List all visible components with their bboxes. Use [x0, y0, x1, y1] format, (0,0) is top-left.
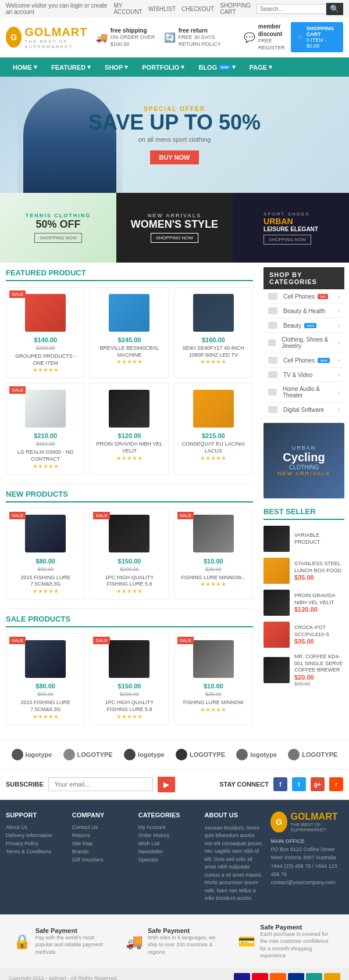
- product-thumbnail: [193, 390, 234, 428]
- benefit-return-sub: FREE 30 DAYS RETURN POLICY: [179, 34, 221, 47]
- footer-link-gift[interactable]: Gift Vouchers: [72, 857, 133, 863]
- truck-icon: 🚚: [96, 32, 108, 43]
- footer-brand-col: G GOLMART THE BEST OF SUPERMARKET MAIN O…: [270, 812, 343, 903]
- product-card[interactable]: SALE $10.00 $20.00 FISHING LURE MINNOW..…: [174, 508, 253, 600]
- price-current: $10.00: [179, 558, 248, 565]
- subscribe-bar: SUBSCRIBE ▶ STAY CONNECT f t g+ r: [0, 770, 349, 800]
- product-card[interactable]: $215.00 CONSEQUAT EU LACINIA LACUS ★★★★★: [174, 383, 253, 474]
- footer-link-privacy[interactable]: Privacy Policy: [6, 841, 66, 846]
- cycling-content: URBAN Cycling CLOTHING NEW ARRIVALS: [277, 445, 330, 476]
- best-seller-item[interactable]: CROCK-POT SCCPVL610-S $35.00: [263, 622, 344, 648]
- rss-icon[interactable]: r: [329, 777, 343, 791]
- footer-link-orderhistory[interactable]: Order History: [138, 832, 199, 838]
- checkout-link[interactable]: CHECKOUT: [181, 6, 214, 12]
- footer-link-wishlist[interactable]: Wish List: [138, 841, 199, 846]
- my-account-link[interactable]: MY ACCOUNT: [113, 2, 142, 15]
- category-icon: [268, 371, 277, 378]
- chevron-right-icon: ›: [338, 407, 340, 413]
- shopping-cart-link[interactable]: SHOPPING CART: [220, 2, 251, 15]
- logo-letter: G: [10, 33, 17, 42]
- brand-logo-6[interactable]: LOGOTYPE: [288, 749, 337, 760]
- bs-product-name: PROIN GRAVIDA NIBH VEL VELIT: [294, 593, 344, 606]
- product-image: [11, 292, 80, 333]
- product-card[interactable]: SALE $10.00 $25.00 FISHING LURE MINNOW ★…: [174, 633, 253, 724]
- best-seller-item[interactable]: VARIABLE PRODUCT: [263, 526, 344, 552]
- price-old: $200.00: [120, 691, 139, 697]
- product-thumbnail: [109, 640, 149, 678]
- bs-product-thumbnail: [263, 590, 290, 616]
- product-card[interactable]: SALE $140.00 $200.00 GROUPED PRODUCTS - …: [6, 287, 85, 378]
- nav-home[interactable]: HOME ▾: [6, 58, 44, 77]
- category-item-cellphones2[interactable]: Cell Phones new ›: [263, 353, 344, 368]
- search-button[interactable]: 🔍: [326, 3, 343, 15]
- search-input[interactable]: [257, 4, 326, 14]
- product-card[interactable]: $160.00 SEIKI SE40FY27 40-INCH 1080P 60H…: [174, 287, 253, 378]
- sub-banner-shoes-btn[interactable]: SHOPPING NOW: [263, 235, 311, 245]
- sale-badge: SALE: [93, 512, 109, 519]
- benefit-return: 🔄 free return FREE 30 DAYS RETURN POLICY: [164, 27, 235, 48]
- brand-logo-3[interactable]: logotype: [124, 749, 165, 760]
- footer-link-specials[interactable]: Specials: [138, 857, 199, 863]
- googleplus-icon[interactable]: g+: [311, 777, 325, 791]
- footer-brand-name: GOLMART: [291, 812, 343, 822]
- brand-logo-4[interactable]: LOGOTYPE: [176, 749, 225, 760]
- best-seller-item[interactable]: PROIN GRAVIDA NIBH VEL VELIT $120.00: [263, 590, 344, 616]
- product-card[interactable]: $245.00 BREVILLE BES840CBXL MACHINE ★★★★…: [90, 287, 169, 378]
- nav-blog[interactable]: BLOG new ▾: [191, 58, 242, 77]
- brand-logo-1[interactable]: logotype: [12, 749, 52, 760]
- footer-link-terms[interactable]: Terms & Conditions: [6, 849, 66, 855]
- footer-link-delivery[interactable]: Delivery Information: [6, 832, 66, 838]
- sub-banner-tennis-btn[interactable]: SHOPPING NOW: [34, 233, 82, 243]
- twitter-icon[interactable]: t: [292, 777, 306, 791]
- product-card[interactable]: SALE $210.00 $319.00 LG REALM G5600 - NO…: [6, 383, 85, 474]
- nav-shop[interactable]: SHOP ▾: [98, 58, 135, 77]
- benefit-discount-title: member discount: [258, 23, 291, 38]
- best-seller-item[interactable]: STAINLESS STEEL LUNCH BOX FOOD $35.00: [263, 558, 344, 584]
- product-thumbnail: [109, 294, 149, 332]
- bs-product-info: CROCK-POT SCCPVL610-S $35.00: [294, 624, 344, 645]
- category-item-beauty-health[interactable]: Beauty & Health ›: [263, 304, 344, 318]
- footer-link-brands[interactable]: Brands: [72, 849, 133, 855]
- brand-logo-5[interactable]: logotype: [236, 749, 277, 760]
- product-card[interactable]: SALE $150.00 $200.00 1PC HIGH QUALITY FI…: [90, 508, 169, 600]
- facebook-icon[interactable]: f: [273, 777, 287, 791]
- best-seller-item[interactable]: MR. COFFEE KD4-001 SINGLE SERVE COFFEE B…: [263, 654, 344, 687]
- price-current: $150.00: [95, 558, 163, 565]
- wishlist-link[interactable]: WISHLIST: [148, 6, 176, 12]
- subscribe-email-input[interactable]: [48, 777, 153, 791]
- footer-link-contact[interactable]: Contact Us: [72, 824, 133, 830]
- category-item-audio[interactable]: Home Audio & Theater ›: [263, 382, 344, 403]
- hero-banner: SPECIAL OFFER SAVE UP TO 50% on all mens…: [0, 77, 349, 193]
- footer-link-myaccount[interactable]: My Account: [138, 824, 199, 830]
- category-item-cellphones[interactable]: Cell Phones hot ›: [263, 289, 344, 304]
- benefit-shipping-sub: ON ORDER OVER $100.00: [111, 34, 155, 47]
- product-card[interactable]: SALE $150.00 $200.00 1PC HIGH QUALITY FI…: [90, 633, 169, 724]
- brand-logo-2[interactable]: LOGOTYPE: [63, 749, 113, 760]
- product-card[interactable]: SALE $80.00 $90.00 2015 FISHING LURE 7.5…: [6, 633, 85, 724]
- subscribe-button[interactable]: ▶: [158, 777, 175, 792]
- cart-button[interactable]: 🛒 SHOPPING CART 0 ITEM - $0.00: [291, 22, 343, 52]
- category-item-beauty[interactable]: Beauty new ›: [263, 318, 344, 333]
- nav-portfolio[interactable]: PORTFOLIO ▾: [135, 58, 191, 77]
- sub-banner-women-btn[interactable]: SHOPPING NOW: [151, 233, 198, 243]
- category-item-tv[interactable]: TV & Video ›: [263, 368, 344, 382]
- category-item-clothing[interactable]: Clothing, Shoes & Jewelry ›: [263, 333, 344, 353]
- footer-link-newsletter[interactable]: Newsletter: [138, 849, 199, 855]
- footer-link-aboutus[interactable]: About Us: [6, 824, 66, 830]
- payment-icons: [234, 973, 340, 980]
- nav-page[interactable]: PAGE ▾: [243, 58, 279, 77]
- logo[interactable]: G GOLMART THE BEST OF SUPERMARKET: [6, 26, 96, 49]
- nav-featured[interactable]: FEATURED ▾: [44, 58, 98, 77]
- product-card[interactable]: SALE $80.00 $90.00 2015 FISHING LURE 7.5…: [6, 508, 85, 600]
- product-thumbnail: [25, 294, 66, 332]
- brand-icon-3: [124, 749, 136, 760]
- product-name: PROIN GRAVIDA NIBH VEL VELIT: [95, 441, 163, 454]
- hero-cta-button[interactable]: BUY NOW: [150, 150, 200, 164]
- price-current: $140.00: [11, 336, 80, 343]
- footer-link-returns[interactable]: Returns: [72, 832, 133, 838]
- footer-link-sitemap[interactable]: Site Map: [72, 841, 133, 846]
- category-badge: new: [304, 323, 316, 328]
- footer-aboutus-col: ABOUT US Aenean tincidunt, lorem quis bi…: [205, 812, 265, 903]
- product-card[interactable]: $120.00 PROIN GRAVIDA NIBH VEL VELIT ★★★…: [90, 383, 169, 474]
- category-item-software[interactable]: Digital Software ›: [263, 403, 344, 417]
